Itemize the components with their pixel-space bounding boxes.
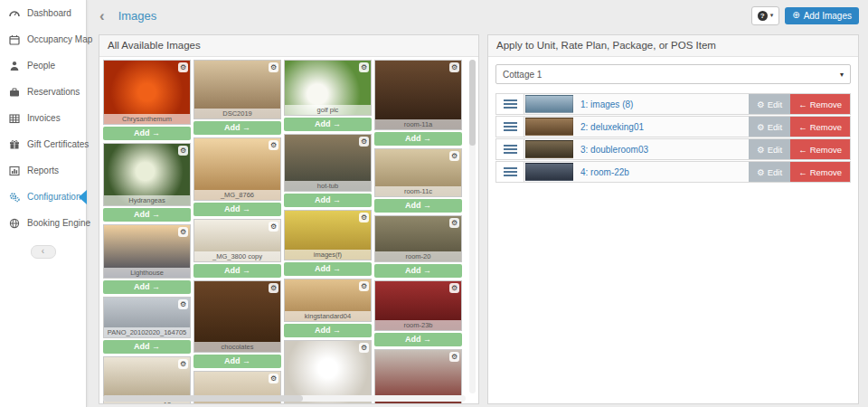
add-image-button[interactable]: Add → (374, 264, 462, 278)
image-link[interactable]: 4: room-22b (580, 162, 629, 182)
back-button[interactable]: ‹ (99, 8, 105, 24)
image-thumbnail[interactable]: ⚙room-11c (374, 148, 462, 197)
image-thumbnail[interactable]: ⚙DSC2019 (193, 60, 281, 119)
applied-images-list: 1: images (8)⚙Edit←Remove2: deluxeking01… (495, 93, 851, 183)
sidebar-item-gift-certificates[interactable]: Gift Certificates (0, 131, 86, 157)
gear-icon[interactable]: ⚙ (359, 343, 369, 353)
remove-button[interactable]: ←Remove (790, 139, 850, 159)
drag-handle-icon[interactable] (496, 94, 524, 114)
drag-handle-icon[interactable] (496, 139, 524, 159)
gear-icon[interactable]: ⚙ (178, 146, 188, 156)
add-image-button[interactable]: Add → (193, 121, 281, 135)
target-select[interactable]: Cottage 1 ▾ (495, 64, 851, 84)
image-thumbnail[interactable]: ⚙_MG_8766 (193, 137, 281, 201)
add-image-button[interactable]: Add → (374, 132, 462, 146)
edit-button[interactable]: ⚙Edit (749, 94, 790, 114)
edit-button[interactable]: ⚙Edit (749, 117, 790, 137)
remove-button[interactable]: ←Remove (790, 117, 850, 137)
image-link[interactable]: 2: deluxeking01 (580, 117, 644, 137)
gear-icon[interactable]: ⚙ (269, 374, 278, 383)
sidebar-collapse-button[interactable]: ‹ (31, 245, 56, 259)
add-image-button[interactable]: Add → (284, 194, 372, 207)
sidebar-item-label: Dashboard (27, 8, 71, 18)
add-image-button[interactable]: Add → (103, 127, 191, 140)
add-image-button[interactable]: Add → (103, 280, 191, 294)
gear-icon[interactable]: ⚙ (359, 281, 369, 291)
add-image-button[interactable]: Add → (193, 355, 281, 368)
remove-button[interactable]: ←Remove (790, 94, 850, 114)
add-image-button[interactable]: Add → (374, 333, 462, 346)
image-column: ⚙golf picAdd →⚙hot-tubAdd →⚙images(f)Add… (284, 60, 372, 396)
scrollbar-thumb[interactable] (103, 395, 303, 402)
gear-icon[interactable]: ⚙ (449, 218, 459, 228)
gear-icon[interactable]: ⚙ (359, 137, 369, 147)
edit-button[interactable]: ⚙Edit (749, 139, 790, 159)
image-thumbnail[interactable]: ⚙room-20 (374, 215, 462, 262)
add-image-button[interactable]: Add → (374, 199, 462, 213)
sidebar-item-booking-engine[interactable]: Booking Engine (0, 210, 86, 236)
gear-icon[interactable]: ⚙ (178, 359, 188, 369)
image-name: _MG_8766 (194, 190, 280, 200)
gear-icon[interactable]: ⚙ (269, 62, 278, 72)
drag-handle-icon[interactable] (496, 162, 524, 182)
add-image-button[interactable]: Add → (193, 203, 281, 216)
sidebar-item-reservations[interactable]: Reservations (0, 79, 86, 105)
sidebar-item-configuration[interactable]: Configuration (0, 184, 86, 210)
add-image-button[interactable]: Add → (193, 264, 281, 278)
sidebar: DashboardOccupancy MapPeopleReservations… (0, 0, 87, 407)
gear-icon[interactable]: ⚙ (449, 62, 459, 72)
image-thumbnail[interactable]: ⚙Lighthouse (103, 224, 191, 279)
help-button[interactable]: ? ▾ (751, 6, 780, 25)
sidebar-item-people[interactable]: People (0, 52, 86, 79)
image-thumbnail[interactable]: ⚙ (284, 340, 372, 403)
image-link[interactable]: 3: doubleroom03 (580, 139, 648, 159)
image-thumbnail[interactable]: ⚙room-11a (374, 60, 462, 130)
scrollbar-thumb[interactable] (469, 60, 476, 146)
add-image-button[interactable]: Add → (103, 208, 191, 222)
sidebar-item-occupancy-map[interactable]: Occupancy Map (0, 26, 86, 52)
image-thumbnail[interactable]: ⚙golf pic (284, 60, 372, 116)
image-thumbnail[interactable]: ⚙kingstandard04 (284, 279, 372, 322)
gear-icon[interactable]: ⚙ (178, 62, 188, 72)
gear-icon[interactable]: ⚙ (178, 299, 188, 309)
right-arrow-icon: → (152, 210, 160, 219)
image-thumbnail[interactable]: ⚙images(f) (284, 210, 372, 260)
add-image-button[interactable]: Add → (284, 118, 372, 131)
image-thumbnail[interactable]: ⚙hot-tub (284, 134, 372, 192)
applied-image-row: 1: images (8)⚙Edit←Remove (495, 93, 851, 115)
image-name: kingstandard04 (285, 311, 371, 321)
gear-icon[interactable]: ⚙ (269, 222, 278, 232)
gear-icon[interactable]: ⚙ (449, 283, 459, 293)
bar-chart-icon (8, 166, 21, 176)
add-image-button[interactable]: Add → (284, 324, 372, 337)
image-thumbnail[interactable]: ⚙chocolates (193, 280, 281, 353)
image-thumbnail[interactable]: ⚙room-23b (374, 280, 462, 331)
edit-button[interactable]: ⚙Edit (749, 162, 790, 182)
plus-circle-icon: ⊕ (792, 11, 799, 20)
vertical-scrollbar[interactable] (469, 60, 476, 393)
gear-icon[interactable]: ⚙ (269, 283, 278, 293)
gear-icon[interactable]: ⚙ (269, 140, 278, 150)
gear-icon[interactable]: ⚙ (178, 227, 188, 237)
add-image-button[interactable]: Add → (103, 340, 191, 354)
image-thumbnail[interactable]: ⚙PANO_20102020_164705 (103, 297, 191, 338)
image-thumbnail[interactable]: ⚙_MG_3800 copy (193, 219, 281, 262)
add-image-button[interactable]: Add → (284, 262, 372, 276)
image-thumbnail[interactable]: ⚙Chrysanthemum (103, 60, 191, 125)
image-card: ⚙room-11aAdd → (374, 60, 462, 146)
sidebar-item-reports[interactable]: Reports (0, 157, 86, 184)
gear-icon[interactable]: ⚙ (359, 213, 369, 222)
add-images-button[interactable]: ⊕ Add Images (785, 7, 859, 24)
gear-icon[interactable]: ⚙ (449, 151, 459, 161)
gear-icon[interactable]: ⚙ (449, 352, 459, 362)
image-thumbnail[interactable]: ⚙Hydrangeas (103, 143, 191, 206)
image-card: ⚙kingstandard04Add → (284, 279, 372, 337)
sidebar-item-dashboard[interactable]: Dashboard (0, 0, 86, 26)
sidebar-item-invoices[interactable]: Invoices (0, 105, 86, 131)
gear-icon[interactable]: ⚙ (359, 62, 369, 72)
image-card: ⚙_MG_3800 copyAdd → (193, 219, 281, 278)
drag-handle-icon[interactable] (496, 117, 524, 137)
remove-button[interactable]: ←Remove (790, 162, 850, 182)
horizontal-scrollbar[interactable] (103, 395, 466, 402)
image-link[interactable]: 1: images (8) (580, 94, 633, 114)
